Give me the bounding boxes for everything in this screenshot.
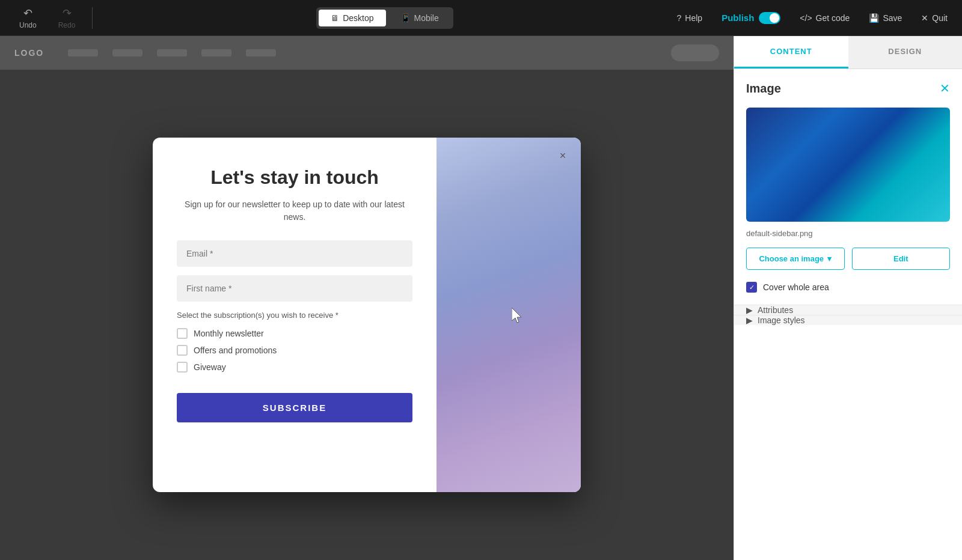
checkbox-row-3: Giveway: [177, 362, 412, 373]
image-styles-arrow-icon: ▶: [746, 315, 753, 325]
desktop-view-button[interactable]: 🖥 Desktop: [319, 10, 385, 26]
toolbar-right: ? Help Publish </> Get code 💾 Save ✕ Qui…: [672, 8, 952, 28]
canvas-navbar: LOGO: [0, 36, 734, 70]
save-button[interactable]: 💾 Save: [864, 10, 907, 26]
image-styles-label: Image styles: [758, 315, 805, 325]
popup-close-button[interactable]: ×: [554, 147, 571, 164]
undo-button[interactable]: ↶ Undo: [10, 3, 46, 33]
checkbox-row-2: Offers and promotions: [177, 345, 412, 356]
offers-promotions-checkbox[interactable]: [177, 345, 188, 356]
canvas-nav-items: [68, 49, 647, 56]
close-icon: ×: [560, 150, 566, 162]
undo-icon: ↶: [23, 7, 32, 20]
redo-icon: ↷: [63, 7, 72, 20]
popup-title: Let's stay in touch: [210, 166, 379, 189]
offers-promotions-label: Offers and promotions: [194, 345, 277, 355]
mobile-view-button[interactable]: 📱 Mobile: [388, 10, 451, 26]
view-toggle: 🖥 Desktop 📱 Mobile: [316, 7, 453, 29]
choose-image-button[interactable]: Choose an image ▾: [746, 248, 845, 270]
save-label: Save: [883, 13, 902, 23]
monthly-newsletter-checkbox[interactable]: [177, 328, 188, 339]
get-code-label: Get code: [816, 13, 850, 23]
canvas-nav-item-1: [68, 49, 98, 56]
image-styles-accordion-header[interactable]: ▶ Image styles: [746, 315, 950, 325]
popup-right-image[interactable]: [437, 138, 581, 492]
email-field[interactable]: [177, 240, 412, 267]
canvas-nav-item-3: [157, 49, 187, 56]
attributes-accordion-header[interactable]: ▶ Attributes: [746, 305, 950, 315]
quit-label: Quit: [932, 13, 948, 23]
subscriptions-section: Select the subscription(s) you wish to r…: [177, 310, 412, 379]
panel-content: Image ✕ default-sidebar.png Choose an im…: [734, 69, 962, 560]
publish-toggle[interactable]: [759, 12, 780, 24]
desktop-icon: 🖥: [331, 13, 339, 23]
quit-icon: ✕: [921, 13, 928, 23]
giveway-label: Giveway: [194, 362, 226, 372]
attributes-arrow-icon: ▶: [746, 305, 753, 315]
redo-label: Redo: [58, 21, 76, 29]
image-preview-gradient: [746, 108, 950, 222]
subscriptions-label: Select the subscription(s) you wish to r…: [177, 310, 412, 321]
get-code-icon: </>: [800, 13, 812, 23]
desktop-label: Desktop: [343, 13, 373, 23]
mobile-icon: 📱: [400, 13, 411, 23]
cover-whole-area-label: Cover whole area: [763, 282, 829, 292]
toolbar-center: 🖥 Desktop 📱 Mobile: [102, 7, 667, 29]
cursor-pointer: [512, 308, 526, 327]
attributes-section: ▶ Attributes: [734, 305, 962, 315]
help-label: Help: [685, 13, 702, 23]
giveway-checkbox[interactable]: [177, 362, 188, 373]
right-panel: CONTENT DESIGN Image ✕ default-sidebar.p…: [734, 36, 962, 560]
mobile-label: Mobile: [414, 13, 439, 23]
save-icon: 💾: [869, 13, 879, 23]
cover-whole-area-option: Cover whole area: [746, 282, 950, 293]
popup-left: Let's stay in touch Sign up for our news…: [153, 138, 437, 492]
cover-whole-area-checkbox[interactable]: [746, 282, 757, 293]
canvas-nav-cta: [671, 44, 719, 61]
quit-button[interactable]: ✕ Quit: [916, 10, 952, 26]
panel-title: Image: [746, 82, 781, 96]
attributes-label: Attributes: [758, 305, 793, 315]
edit-image-button[interactable]: Edit: [852, 248, 951, 270]
choose-dropdown-icon: ▾: [827, 254, 832, 263]
firstname-field[interactable]: [177, 275, 412, 302]
panel-close-button[interactable]: ✕: [940, 81, 950, 96]
tab-design[interactable]: DESIGN: [848, 36, 963, 68]
checkbox-row-1: Monthly newsletter: [177, 328, 412, 339]
undo-label: Undo: [19, 21, 37, 29]
canvas-area: LOGO × Let's stay in touch Sign up: [0, 36, 734, 560]
toolbar-left: ↶ Undo ↷ Redo: [10, 3, 97, 33]
publish-label: Publish: [721, 13, 754, 23]
get-code-button[interactable]: </> Get code: [795, 10, 854, 26]
canvas-nav-item-4: [201, 49, 231, 56]
panel-header: Image ✕: [746, 81, 950, 96]
tab-content[interactable]: CONTENT: [734, 36, 848, 68]
canvas-nav-item-2: [112, 49, 142, 56]
edit-image-label: Edit: [893, 254, 908, 263]
toolbar: ↶ Undo ↷ Redo 🖥 Desktop 📱 Mobile ? Help …: [0, 0, 962, 36]
help-icon: ?: [677, 13, 682, 23]
popup-modal: × Let's stay in touch Sign up for our ne…: [153, 138, 581, 492]
help-button[interactable]: ? Help: [672, 10, 708, 26]
image-styles-section: ▶ Image styles: [734, 315, 962, 325]
image-filename: default-sidebar.png: [746, 229, 950, 238]
canvas-logo: LOGO: [14, 48, 44, 58]
panel-tabs: CONTENT DESIGN: [734, 36, 962, 69]
image-actions: Choose an image ▾ Edit: [746, 248, 950, 270]
popup-subtitle: Sign up for our newsletter to keep up to…: [177, 198, 412, 224]
image-preview[interactable]: [746, 108, 950, 222]
subscribe-button[interactable]: SUBSCRIBE: [177, 393, 412, 422]
publish-button[interactable]: Publish: [717, 8, 785, 28]
redo-button[interactable]: ↷ Redo: [49, 3, 85, 33]
toolbar-separator-1: [92, 7, 93, 29]
canvas-nav-item-5: [246, 49, 276, 56]
monthly-newsletter-label: Monthly newsletter: [194, 329, 264, 338]
canvas-content: × Let's stay in touch Sign up for our ne…: [0, 70, 734, 560]
main-area: LOGO × Let's stay in touch Sign up: [0, 36, 962, 560]
choose-image-label: Choose an image: [759, 254, 824, 263]
